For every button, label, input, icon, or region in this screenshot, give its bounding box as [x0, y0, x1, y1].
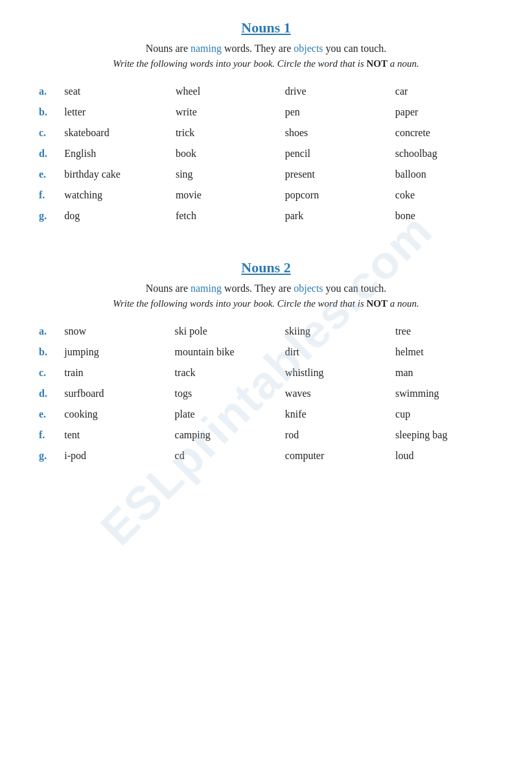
instruction1-bold: NOT — [366, 58, 387, 69]
row-word: helmet — [389, 342, 500, 362]
instruction1-text: Write the following words into your book… — [113, 58, 366, 69]
table-row: f.tentcampingrodsleeping bag — [32, 425, 500, 445]
row-word: knife — [279, 404, 389, 425]
row-word: fetch — [169, 206, 279, 226]
intro1-prefix: Nouns are — [146, 43, 191, 54]
row-label: f. — [32, 425, 58, 445]
row-word: bone — [389, 206, 500, 226]
row-word: snow — [58, 321, 168, 342]
section2-instruction: Write the following words into your book… — [32, 298, 500, 309]
row-word: jumping — [58, 342, 168, 362]
row-word: dirt — [279, 342, 389, 362]
row-word: concrete — [389, 123, 500, 143]
row-label: a. — [32, 321, 58, 342]
table-row: e.birthday cakesingpresentballoon — [32, 164, 500, 185]
instruction2-suffix: a noun. — [387, 298, 419, 309]
row-label: e. — [32, 164, 58, 185]
table-row: c.traintrackwhistlingman — [32, 362, 500, 383]
row-word: watching — [58, 185, 169, 206]
row-word: pen — [279, 102, 389, 123]
row-word: paper — [389, 102, 500, 123]
row-word: skateboard — [58, 123, 169, 143]
row-word: sleeping bag — [389, 425, 500, 445]
table-row: b.letterwritepenpaper — [32, 102, 500, 123]
row-label: c. — [32, 123, 58, 143]
row-word: track — [168, 362, 279, 383]
row-word: shoes — [279, 123, 389, 143]
row-word: man — [389, 362, 500, 383]
instruction2-text: Write the following words into your book… — [113, 298, 366, 309]
row-word: drive — [279, 81, 389, 102]
row-word: sing — [169, 164, 279, 185]
row-word: plate — [168, 404, 279, 425]
row-label: d. — [32, 383, 58, 404]
row-word: camping — [168, 425, 279, 445]
section-nouns1: Nouns 1 Nouns are naming words. They are… — [32, 19, 500, 226]
row-word: English — [58, 143, 169, 164]
section1-word-list: a.seatwheeldrivecarb.letterwritepenpaper… — [32, 81, 500, 226]
row-word: car — [389, 81, 500, 102]
row-word: mountain bike — [168, 342, 279, 362]
row-word: skiing — [279, 321, 389, 342]
row-word: letter — [58, 102, 169, 123]
section1-title: Nouns 1 — [32, 19, 500, 36]
table-row: e.cookingplateknifecup — [32, 404, 500, 425]
table-row: a.snowski poleskiingtree — [32, 321, 500, 342]
row-word: whistling — [279, 362, 389, 383]
instruction2-bold: NOT — [366, 298, 387, 309]
row-label: b. — [32, 102, 58, 123]
row-word: birthday cake — [58, 164, 169, 185]
section1-intro: Nouns are naming words. They are objects… — [32, 43, 500, 54]
row-word: write — [169, 102, 279, 123]
row-word: tree — [389, 321, 500, 342]
row-word: cooking — [58, 404, 168, 425]
row-word: togs — [168, 383, 279, 404]
row-word: train — [58, 362, 168, 383]
row-word: trick — [169, 123, 279, 143]
row-word: cd — [168, 445, 279, 466]
table-row: f.watchingmoviepopcorncoke — [32, 185, 500, 206]
section-divider — [32, 246, 500, 246]
row-word: coke — [389, 185, 500, 206]
row-label: f. — [32, 185, 58, 206]
row-label: a. — [32, 81, 58, 102]
row-word: seat — [58, 81, 169, 102]
intro2-middle: words. They are — [222, 283, 294, 294]
intro1-middle: words. They are — [222, 43, 294, 54]
instruction1-suffix: a noun. — [387, 58, 419, 69]
table-row: b.jumpingmountain bikedirthelmet — [32, 342, 500, 362]
row-label: b. — [32, 342, 58, 362]
section2-word-list: a.snowski poleskiingtreeb.jumpingmountai… — [32, 321, 500, 466]
section2-intro: Nouns are naming words. They are objects… — [32, 283, 500, 294]
intro1-objects: objects — [294, 43, 323, 54]
row-label: g. — [32, 445, 58, 466]
intro1-naming: naming — [191, 43, 222, 54]
row-word: dog — [58, 206, 169, 226]
intro2-prefix: Nouns are — [146, 283, 191, 294]
row-word: schoolbag — [389, 143, 500, 164]
row-word: ski pole — [168, 321, 279, 342]
row-word: park — [279, 206, 389, 226]
section2-title: Nouns 2 — [32, 259, 500, 276]
table-row: a.seatwheeldrivecar — [32, 81, 500, 102]
section1-instruction: Write the following words into your book… — [32, 58, 500, 69]
section-nouns2: Nouns 2 Nouns are naming words. They are… — [32, 259, 500, 466]
row-word: present — [279, 164, 389, 185]
row-word: computer — [279, 445, 389, 466]
row-word: popcorn — [279, 185, 389, 206]
row-word: tent — [58, 425, 168, 445]
row-word: wheel — [169, 81, 279, 102]
table-row: g.dogfetchparkbone — [32, 206, 500, 226]
row-word: i-pod — [58, 445, 168, 466]
row-word: pencil — [279, 143, 389, 164]
table-row: c.skateboardtrickshoesconcrete — [32, 123, 500, 143]
row-label: d. — [32, 143, 58, 164]
table-row: d.Englishbookpencilschoolbag — [32, 143, 500, 164]
row-word: waves — [279, 383, 389, 404]
row-label: e. — [32, 404, 58, 425]
row-word: swimming — [389, 383, 500, 404]
row-label: g. — [32, 206, 58, 226]
row-word: movie — [169, 185, 279, 206]
intro2-naming: naming — [191, 283, 222, 294]
row-word: cup — [389, 404, 500, 425]
